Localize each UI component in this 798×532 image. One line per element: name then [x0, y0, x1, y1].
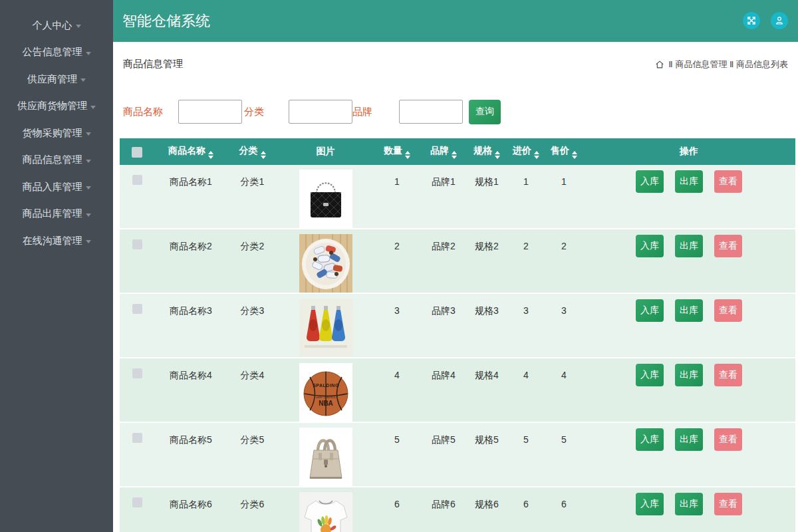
column-header-售价[interactable]: 售价	[545, 138, 583, 165]
sale-price-cell: 3	[545, 294, 583, 358]
view-button[interactable]: 查看	[714, 235, 742, 257]
sort-icon	[261, 151, 266, 159]
search-button[interactable]: 查询	[469, 100, 501, 124]
purchase-price-cell: 6	[507, 487, 545, 532]
category-cell: 分类1	[227, 165, 277, 229]
product-name-cell: 商品名称5	[154, 423, 227, 487]
breadcrumb-items: Ⅱ 商品信息管理 Ⅱ 商品信息列表	[668, 59, 788, 70]
sidebar-item[interactable]: 商品入库管理	[0, 174, 113, 201]
product-name-cell: 商品名称3	[154, 294, 227, 358]
category-cell: 分类4	[227, 358, 277, 423]
beige-handbag-image	[299, 428, 352, 486]
actions-cell: 入库出库查看	[583, 423, 795, 451]
spec-cell: 规格6	[467, 487, 507, 532]
product-image	[299, 299, 352, 357]
sale-price-cell: 6	[545, 487, 583, 532]
view-button[interactable]: 查看	[714, 299, 742, 322]
column-header-规格[interactable]: 规格	[467, 138, 507, 165]
search-input-2[interactable]	[289, 100, 352, 124]
sidebar-menu: 个人中心公告信息管理供应商管理供应商货物管理货物采购管理商品信息管理商品入库管理…	[0, 0, 113, 255]
sidebar-item-label: 供应商管理	[27, 73, 77, 86]
view-button[interactable]: 查看	[714, 364, 742, 386]
column-header-操作: 操作	[583, 138, 795, 165]
brand-cell: 品牌5	[420, 423, 467, 487]
outbound-button[interactable]: 出库	[675, 170, 703, 193]
category-cell: 分类5	[227, 423, 277, 487]
sidebar-item-label: 货物采购管理	[23, 127, 82, 140]
breadcrumb-link[interactable]: 商品信息列表	[736, 59, 788, 69]
category-cell: 分类3	[227, 294, 277, 358]
column-header-分类[interactable]: 分类	[227, 138, 277, 165]
sidebar-item[interactable]: 供应商货物管理	[0, 93, 113, 120]
home-icon[interactable]	[655, 60, 664, 69]
quantity-cell: 1	[374, 165, 420, 229]
column-header-数量[interactable]: 数量	[374, 138, 420, 165]
sidebar-item[interactable]: 商品信息管理	[0, 147, 113, 174]
chevron-down-icon	[80, 78, 86, 82]
outbound-button[interactable]: 出库	[675, 364, 703, 386]
brand-cell: 品牌3	[420, 294, 467, 358]
category-cell: 分类2	[227, 229, 277, 294]
row-checkbox[interactable]	[132, 239, 142, 249]
product-image	[299, 428, 352, 486]
outbound-button[interactable]: 出库	[675, 299, 703, 322]
outbound-button[interactable]: 出库	[675, 493, 703, 515]
view-button[interactable]: 查看	[714, 493, 742, 515]
select-all-checkbox[interactable]	[132, 147, 142, 158]
user-button[interactable]	[771, 12, 788, 29]
inbound-button[interactable]: 入库	[636, 235, 664, 257]
row-checkbox[interactable]	[132, 497, 142, 507]
product-table-wrap: 商品名称分类图片数量品牌规格进价售价操作 商品名称1 分类1 1 品牌1 规格1…	[120, 138, 795, 532]
quantity-cell: 5	[374, 423, 420, 487]
chevron-down-icon	[90, 106, 96, 109]
actions-cell: 入库出库查看	[583, 165, 795, 193]
sidebar-item[interactable]: 公告信息管理	[0, 39, 113, 66]
quantity-cell: 2	[374, 229, 420, 294]
inbound-button[interactable]: 入库	[636, 428, 664, 451]
sidebar-item[interactable]: 供应商管理	[0, 66, 113, 93]
purchase-price-cell: 4	[507, 358, 545, 423]
column-header-品牌[interactable]: 品牌	[420, 138, 467, 165]
inbound-button[interactable]: 入库	[636, 170, 664, 193]
row-checkbox[interactable]	[132, 304, 142, 314]
row-checkbox[interactable]	[132, 433, 142, 443]
purchase-price-cell: 1	[507, 165, 545, 229]
quantity-cell: 4	[374, 358, 420, 423]
sidebar-item-label: 公告信息管理	[23, 46, 82, 59]
breadcrumb-separator: Ⅱ	[668, 59, 675, 69]
chevron-down-icon	[86, 186, 91, 190]
breadcrumb-separator: Ⅱ	[727, 59, 736, 69]
sidebar-item[interactable]: 在线沟通管理	[0, 227, 113, 255]
inbound-button[interactable]: 入库	[636, 493, 664, 515]
search-label: 商品名称	[123, 106, 163, 118]
outbound-button[interactable]: 出库	[675, 235, 703, 257]
column-header-进价[interactable]: 进价	[507, 138, 545, 165]
outbound-button[interactable]: 出库	[675, 428, 703, 451]
page-title: 商品信息管理	[123, 58, 183, 70]
view-button[interactable]: 查看	[714, 428, 742, 451]
sidebar-item[interactable]: 个人中心	[0, 12, 113, 39]
row-checkbox[interactable]	[132, 368, 142, 378]
inbound-button[interactable]: 入库	[636, 299, 664, 322]
search-input-3[interactable]	[399, 100, 463, 124]
product-name-cell: 商品名称1	[154, 165, 227, 229]
sidebar-item-label: 商品出库管理	[23, 207, 82, 220]
purchase-price-cell: 2	[507, 229, 545, 294]
column-header-商品名称[interactable]: 商品名称	[154, 138, 227, 165]
product-image	[299, 234, 352, 293]
view-button[interactable]: 查看	[714, 170, 742, 193]
sort-icon	[405, 151, 410, 159]
inbound-button[interactable]: 入库	[636, 364, 664, 386]
search-input-1[interactable]	[178, 100, 242, 124]
breadcrumb-link[interactable]: 商品信息管理	[675, 59, 727, 69]
row-checkbox[interactable]	[132, 175, 142, 185]
fullscreen-button[interactable]	[743, 12, 760, 29]
search-label: 分类	[244, 106, 264, 118]
table-row: 商品名称6 分类6 6 品牌6 规格6 6 6 入库出库查看	[120, 487, 795, 532]
fullscreen-icon	[747, 16, 756, 25]
svg-text:SPALDING: SPALDING	[313, 383, 339, 388]
sidebar-item[interactable]: 货物采购管理	[0, 120, 113, 147]
sidebar-item-label: 商品信息管理	[23, 154, 82, 166]
sidebar-item[interactable]: 商品出库管理	[0, 201, 113, 228]
actions-cell: 入库出库查看	[583, 294, 795, 322]
